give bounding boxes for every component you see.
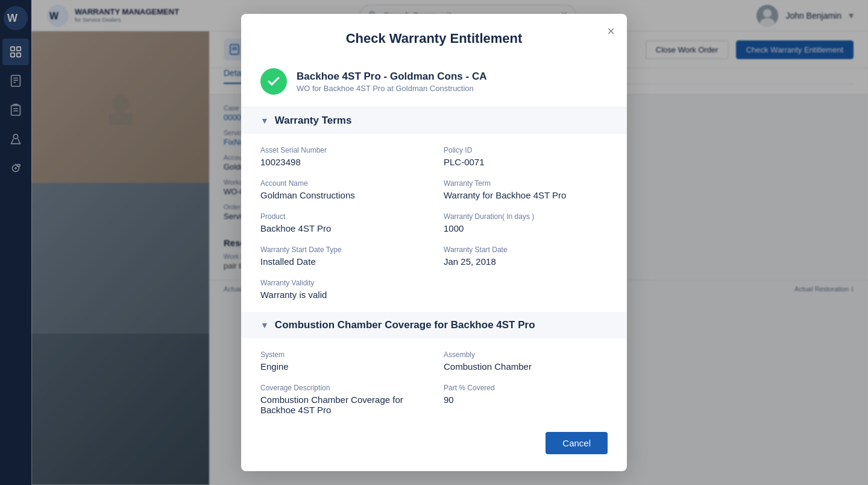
modal-footer: Cancel [241,427,627,457]
asset-name: Backhoe 4ST Pro - Goldman Cons - CA [297,71,487,83]
assembly-label: Assembly [444,350,608,359]
product-value: Backhoe 4ST Pro [260,223,424,233]
warranty-terms-chevron: ▼ [260,116,269,125]
modal-title: Check Warranty Entitlement [260,31,608,46]
asset-serial-label: Asset Serial Number [260,146,424,154]
account-name-value: Goldman Constructions [260,190,424,200]
warranty-terms-grid: Asset Serial Number 10023498 Policy ID P… [260,146,608,300]
modal-close-button[interactable]: × [607,24,615,39]
warranty-start-date-value: Jan 25, 2018 [444,256,608,267]
asset-subtitle: WO for Backhoe 4ST Pro at Goldman Constr… [297,84,487,93]
product-label: Product [260,212,424,221]
coverage-desc-label: Coverage Description [260,384,424,392]
coverage-grid: System Engine Assembly Combustion Chambe… [260,350,608,415]
assembly-value: Combustion Chamber [444,361,608,372]
coverage-content: System Engine Assembly Combustion Chambe… [241,338,627,427]
part-covered-value: 90 [444,395,608,405]
coverage-desc-value: Combustion Chamber Coverage for Backhoe … [260,395,424,415]
policy-id-value: PLC-0071 [444,157,608,167]
warranty-validity-label: Warranty Validity [260,279,424,287]
warranty-validity-value: Warranty is valid [260,290,424,300]
coverage-title: Combustion Chamber Coverage for Backhoe … [275,319,535,331]
coverage-chevron: ▼ [260,320,269,330]
warranty-terms-content: Asset Serial Number 10023498 Policy ID P… [241,134,627,312]
check-warranty-modal: Check Warranty Entitlement × Backhoe 4ST… [241,14,627,471]
check-circle-icon [260,68,287,95]
warranty-terms-title: Warranty Terms [275,115,352,127]
system-value: Engine [260,361,424,372]
warranty-term-label: Warranty Term [444,179,608,188]
coverage-section-header[interactable]: ▼ Combustion Chamber Coverage for Backho… [241,312,627,338]
warranty-start-type-label: Warranty Start Date Type [260,246,424,254]
warranty-start-type-value: Installed Date [260,256,424,267]
part-covered-label: Part % Covered [444,384,608,392]
warranty-duration-value: 1000 [444,223,608,233]
asset-info-row: Backhoe 4ST Pro - Goldman Cons - CA WO f… [241,59,627,107]
asset-serial-value: 10023498 [260,157,424,167]
account-name-label: Account Name [260,179,424,188]
warranty-term-value: Warranty for Backhoe 4ST Pro [444,190,608,200]
warranty-duration-label: Warranty Duration( In days ) [444,212,608,221]
warranty-start-date-label: Warranty Start Date [444,246,608,254]
modal-header: Check Warranty Entitlement × [241,14,627,59]
system-label: System [260,350,424,359]
cancel-button[interactable]: Cancel [546,432,608,454]
warranty-terms-section-header[interactable]: ▼ Warranty Terms [241,107,627,134]
policy-id-label: Policy ID [444,146,608,154]
modal-backdrop: Check Warranty Entitlement × Backhoe 4ST… [0,0,868,485]
